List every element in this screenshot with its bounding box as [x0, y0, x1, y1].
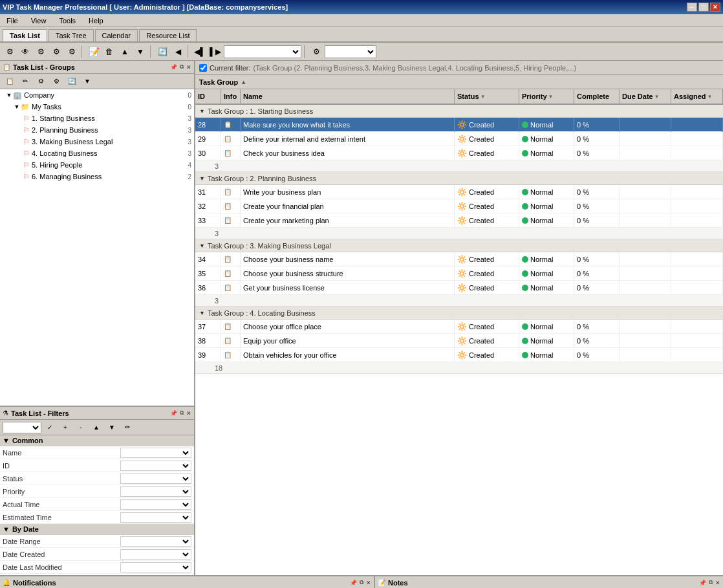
tab-task-tree[interactable]: Task Tree: [49, 29, 94, 41]
due-date-sort-icon[interactable]: ▼: [654, 94, 660, 100]
toolbar-arrow-down[interactable]: ▼: [133, 45, 147, 59]
task-row-28[interactable]: 28 📋 Make sure you know what it takes 🔆 …: [195, 118, 723, 132]
priority-sort-icon[interactable]: ▼: [548, 94, 554, 100]
notes-close[interactable]: ✕: [715, 580, 720, 586]
tree-item-group-3[interactable]: ⚐ 4. Locating Business 3: [0, 147, 194, 159]
tree-item-group-0[interactable]: ⚐ 1. Starting Business 3: [0, 113, 194, 124]
task-row-32[interactable]: 32 📋 Create your financial plan 🔆Created…: [195, 199, 723, 213]
task-row-39[interactable]: 39 📋 Obtain vehicles for your office 🔆Cr…: [195, 348, 723, 362]
panel-pin-icon[interactable]: 📌: [170, 64, 177, 71]
tree-item-group-2[interactable]: ⚐ 3. Making Business Legal 3: [0, 136, 194, 147]
task-row-37[interactable]: 37 📋 Choose your office place 🔆Created N…: [195, 320, 723, 334]
task-row-35[interactable]: 35 📋 Choose your business structure 🔆Cre…: [195, 267, 723, 281]
panel-float-icon[interactable]: ⧉: [180, 63, 184, 71]
notif-close[interactable]: ✕: [366, 580, 371, 586]
menu-file[interactable]: File: [3, 16, 22, 26]
filter-actual-time-combo[interactable]: [120, 499, 191, 510]
task-31-priority-badge: Normal: [522, 188, 553, 196]
toolbar-btn-3[interactable]: ⚙: [34, 45, 48, 59]
notes-float[interactable]: ⧉: [709, 579, 713, 586]
group-4-expand[interactable]: ▼: [199, 310, 205, 316]
filters-float[interactable]: ⧉: [180, 409, 184, 417]
filters-pin[interactable]: 📌: [170, 410, 177, 417]
filter-estimated-time-combo[interactable]: [120, 512, 191, 523]
toolbar-btn-4[interactable]: ⚙: [49, 45, 63, 59]
minimize-button[interactable]: ─: [687, 3, 697, 12]
tree-toolbar-btn4[interactable]: ⚙: [49, 74, 63, 89]
toolbar-view-combo[interactable]: [224, 45, 301, 58]
filter-name-combo[interactable]: [120, 448, 191, 458]
tree-item-group-5[interactable]: ⚐ 6. Managing Business 2: [0, 171, 194, 182]
filter-preset-combo[interactable]: Current: [3, 422, 41, 433]
toolbar-btn-2[interactable]: 👁: [18, 45, 32, 59]
task-row-36[interactable]: 36 📋 Get your business license 🔆Created …: [195, 281, 723, 295]
filter-date-range-combo[interactable]: [120, 536, 191, 547]
toolbar-btn-x[interactable]: ⚙: [309, 45, 323, 59]
toolbar-arrow-up[interactable]: ▲: [118, 45, 132, 59]
task-tree[interactable]: ▼ 🏢 Company 0 ▼ 📁 My Tasks 0 ⚐ 1. Starti…: [0, 89, 194, 407]
filter-priority-combo[interactable]: [120, 486, 191, 497]
expand-company[interactable]: ▼: [5, 92, 13, 98]
toolbar-delete[interactable]: 🗑: [102, 45, 116, 59]
filter-date-created-combo[interactable]: [120, 549, 191, 560]
notif-pin[interactable]: 📌: [350, 580, 357, 586]
tab-resource-list[interactable]: Resource List: [139, 29, 197, 41]
tree-toolbar-btn2[interactable]: ✏: [18, 74, 32, 89]
group-1-expand[interactable]: ▼: [199, 108, 205, 114]
filter-status-combo[interactable]: [120, 474, 191, 484]
tree-refresh[interactable]: 🔄: [65, 74, 79, 89]
tree-toolbar-btn1[interactable]: 📋: [3, 74, 17, 89]
task-row-30[interactable]: 30 📋 Check your business idea 🔆 Created …: [195, 146, 723, 160]
toolbar-nav-left[interactable]: ◀▌: [193, 45, 207, 59]
tree-dropdown[interactable]: ▼: [80, 74, 94, 89]
toolbar-refresh[interactable]: 🔄: [155, 45, 169, 59]
tree-item-company[interactable]: ▼ 🏢 Company 0: [0, 89, 194, 101]
filters-close[interactable]: ✕: [186, 410, 191, 417]
group-3-expand[interactable]: ▼: [199, 243, 205, 249]
menu-tools[interactable]: Tools: [55, 16, 80, 26]
status-sort-icon[interactable]: ▼: [480, 94, 486, 100]
menu-view[interactable]: View: [27, 16, 50, 26]
group-3-subcount: 3: [195, 295, 723, 307]
tree-item-group-4[interactable]: ⚐ 5. Hiring People 4: [0, 159, 194, 171]
filter-checkbox[interactable]: [199, 64, 207, 72]
filter-apply[interactable]: ✓: [43, 420, 57, 435]
task-row-38[interactable]: 38 📋 Equip your office 🔆Created Normal 0…: [195, 334, 723, 348]
notes-pin[interactable]: 📌: [699, 580, 706, 586]
filter-down[interactable]: ▼: [105, 420, 119, 435]
toolbar-nav-right[interactable]: ▌▶: [208, 45, 222, 59]
tree-item-my-tasks[interactable]: ▼ 📁 My Tasks 0: [0, 101, 194, 113]
panel-close-icon[interactable]: ✕: [186, 64, 191, 71]
tree-item-group-1[interactable]: ⚐ 2. Planning Business 3: [0, 124, 194, 136]
toolbar-btn-1[interactable]: ⚙: [3, 45, 17, 59]
section-common-expand[interactable]: ▼: [3, 437, 10, 444]
task-row-31[interactable]: 31 📋 Write your business plan 🔆Created N…: [195, 185, 723, 199]
group-2-expand[interactable]: ▼: [199, 175, 205, 182]
expand-my-tasks[interactable]: ▼: [13, 103, 21, 110]
menu-help[interactable]: Help: [85, 16, 107, 26]
task-row-29[interactable]: 29 📋 Define your internal and external i…: [195, 132, 723, 146]
filter-up[interactable]: ▲: [89, 420, 103, 435]
section-date-expand[interactable]: ▼: [3, 525, 10, 533]
close-button[interactable]: ✕: [710, 3, 720, 12]
toolbar-btn-5[interactable]: ⚙: [65, 45, 79, 59]
tab-task-list[interactable]: Task List: [3, 29, 47, 41]
filter-edit[interactable]: ✏: [120, 420, 135, 435]
task-row-33[interactable]: 33 📋 Create your marketing plan 🔆Created…: [195, 213, 723, 228]
assigned-sort-icon[interactable]: ▼: [707, 94, 713, 100]
filter-date-modified-combo[interactable]: [120, 562, 191, 572]
filter-del[interactable]: -: [74, 420, 88, 435]
toolbar-add-task[interactable]: 📝: [87, 45, 101, 59]
toolbar-back[interactable]: ◀: [171, 45, 185, 59]
task-grid[interactable]: Task Group ▲ ID Info Name Status ▼: [195, 75, 723, 575]
task-37-info: 📋: [221, 320, 241, 334]
task-tree-toolbar: 📋 ✏ ⚙ ⚙ 🔄 ▼: [0, 74, 194, 89]
filter-id-combo[interactable]: [120, 461, 191, 471]
filter-add[interactable]: +: [58, 420, 72, 435]
tree-toolbar-btn3[interactable]: ⚙: [34, 74, 48, 89]
maximize-button[interactable]: □: [698, 3, 709, 12]
toolbar-filter-combo[interactable]: [325, 45, 376, 58]
task-row-34[interactable]: 34 📋 Choose your business name 🔆Created …: [195, 252, 723, 267]
tab-calendar[interactable]: Calendar: [95, 29, 138, 41]
notif-float[interactable]: ⧉: [360, 579, 363, 586]
